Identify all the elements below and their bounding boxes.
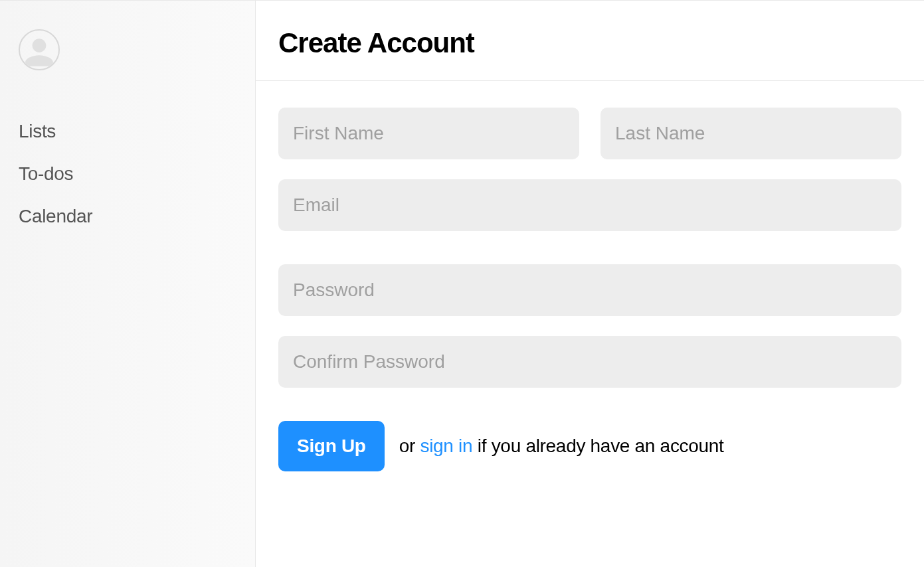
sidebar-item-label: To-dos: [19, 163, 73, 184]
sidebar-item-calendar[interactable]: Calendar: [19, 195, 255, 238]
sidebar-item-lists[interactable]: Lists: [19, 110, 255, 153]
main-content: Create Account Sign Up or sign in if you…: [256, 0, 924, 567]
page-header: Create Account: [256, 1, 924, 81]
avatar-placeholder-icon: [23, 36, 56, 69]
password-field[interactable]: [278, 264, 901, 316]
email-field[interactable]: [278, 179, 901, 231]
form-actions: Sign Up or sign in if you already have a…: [278, 421, 901, 471]
sidebar-item-label: Lists: [19, 121, 56, 141]
avatar[interactable]: [19, 29, 60, 70]
first-name-field[interactable]: [278, 108, 579, 159]
alt-action-text: or sign in if you already have an accoun…: [399, 436, 724, 457]
sidebar-item-label: Calendar: [19, 206, 92, 226]
sidebar-nav: Lists To-dos Calendar: [19, 110, 255, 238]
sign-in-link[interactable]: sign in: [420, 436, 472, 456]
last-name-field[interactable]: [601, 108, 901, 159]
confirm-password-field[interactable]: [278, 336, 901, 388]
sidebar: Lists To-dos Calendar: [0, 0, 256, 567]
sign-up-button[interactable]: Sign Up: [278, 421, 385, 471]
sidebar-item-todos[interactable]: To-dos: [19, 153, 255, 195]
page-title: Create Account: [278, 27, 901, 59]
create-account-form: Sign Up or sign in if you already have a…: [256, 81, 924, 498]
